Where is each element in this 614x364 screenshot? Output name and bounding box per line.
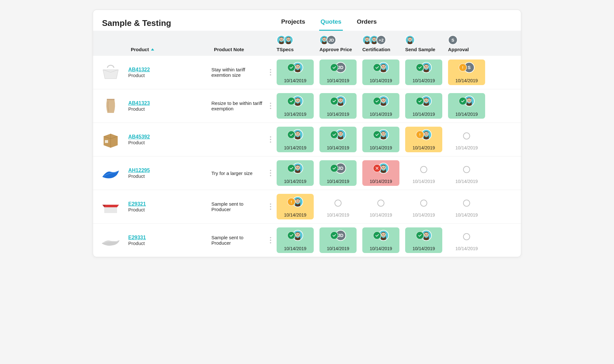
product-cell: AH12295Product (128, 168, 211, 179)
product-sku-link[interactable]: AB41323 (128, 100, 208, 106)
product-sku-link[interactable]: AH12295 (128, 168, 208, 173)
tab-quotes[interactable]: Quotes (319, 16, 342, 31)
status-card[interactable]: 10/14/2019 (405, 59, 442, 85)
status-card-header: JD (330, 163, 346, 174)
status-card[interactable]: 10/14/2019 (319, 93, 357, 119)
status-card[interactable]: 10/14/2019 (362, 227, 399, 253)
status-card[interactable]: 10/14/2019 (448, 227, 485, 253)
col-header-note[interactable]: Product Note (211, 47, 275, 52)
check-icon (330, 97, 338, 105)
status-card-header: JD (330, 62, 346, 73)
row-actions-menu[interactable] (270, 136, 271, 143)
svg-point-41 (298, 100, 299, 100)
tab-orders[interactable]: Orders (356, 16, 378, 31)
col-header-tspecs[interactable]: TSpecs (275, 35, 318, 52)
product-cell: E29331Product (128, 235, 211, 246)
svg-point-44 (339, 100, 340, 100)
status-date: 10/14/2019 (284, 145, 306, 150)
svg-point-3 (282, 39, 282, 40)
svg-point-15 (367, 39, 368, 40)
status-date: 10/14/2019 (455, 112, 478, 117)
product-note: Sample sent to Producer (211, 235, 266, 246)
stage-cell: 10/14/2019 (361, 127, 404, 152)
status-card-header (287, 96, 303, 107)
check-icon (373, 131, 381, 139)
status-card-header (416, 96, 432, 107)
check-icon (287, 164, 295, 172)
avatar-overflow-count: +2 (376, 35, 386, 45)
check-icon (459, 97, 467, 105)
status-card[interactable]: 10/14/2019 (448, 127, 485, 152)
svg-rect-36 (462, 66, 463, 68)
status-card-header (287, 196, 303, 207)
product-thumbnail (93, 62, 128, 83)
page-title: Sample & Testing (102, 18, 171, 28)
status-date: 10/14/2019 (413, 78, 435, 83)
product-sku-link[interactable]: E29321 (128, 201, 208, 207)
product-sku-link[interactable]: AB41322 (128, 67, 208, 73)
stage-cell: 10/14/2019 (275, 127, 318, 152)
product-cell: AB45392Product (128, 134, 211, 145)
product-note: Stay within tariff exemtion size (211, 67, 266, 78)
status-card[interactable]: 10/14/2019 (277, 59, 314, 85)
check-icon (416, 231, 424, 240)
status-card-header: JD (330, 230, 346, 241)
col-header-approve-price[interactable]: JDApprove Price (318, 35, 361, 52)
status-card[interactable]: 10/14/2019 (448, 194, 485, 219)
status-card[interactable]: 10/14/2019 (362, 59, 399, 85)
svg-point-72 (420, 135, 420, 136)
status-date: 10/14/2019 (284, 246, 306, 251)
product-sku-link[interactable]: E29331 (128, 235, 208, 241)
status-card[interactable]: 10/14/2019 (405, 194, 442, 219)
empty-status-icon (377, 200, 384, 207)
status-card-header (416, 129, 432, 140)
status-card[interactable]: 10/14/2019 (448, 93, 485, 119)
status-date: 10/14/2019 (284, 179, 306, 184)
status-card-header (416, 62, 432, 73)
svg-point-40 (296, 100, 297, 100)
status-card[interactable]: 10/14/2019 (405, 160, 442, 186)
row-actions-menu[interactable] (270, 203, 271, 210)
status-card[interactable]: 10/14/2019 (277, 194, 314, 219)
col-header-product[interactable]: Product (128, 47, 211, 52)
status-card[interactable]: 10/14/2019 (277, 160, 314, 186)
row-actions-menu[interactable] (270, 237, 271, 243)
status-card[interactable]: JD10/14/2019 (319, 59, 357, 85)
status-card[interactable]: 10/14/2019 (405, 227, 442, 253)
status-card[interactable]: 10/14/2019 (362, 127, 399, 152)
status-card[interactable]: 10/14/2019 (319, 194, 357, 219)
table-header: Product Product Note TSpecs JDApprove Pr… (93, 31, 521, 55)
product-note: Sample sent to Producer (211, 201, 266, 212)
svg-point-2 (280, 39, 281, 40)
status-card[interactable]: 10/14/2019 (362, 93, 399, 119)
stage-cell: 10/14/2019 (275, 160, 318, 186)
col-header-approval[interactable]: SApproval (447, 35, 490, 52)
product-note: Resize to be within tariff exemption (211, 100, 266, 111)
status-card[interactable]: 10/14/2019 (277, 127, 314, 152)
status-card[interactable]: 10/14/2019 (277, 227, 314, 253)
empty-status-icon (463, 233, 470, 240)
col-header-send-sample[interactable]: Send Sample (404, 35, 447, 52)
status-card[interactable]: 10/14/2019 (362, 160, 399, 186)
col-header-certification[interactable]: +2Certification (361, 35, 404, 52)
status-card[interactable]: S10/14/2019 (448, 59, 485, 85)
status-card[interactable]: 10/14/2019 (362, 194, 399, 219)
status-card[interactable]: JD10/14/2019 (319, 227, 357, 253)
row-actions-menu[interactable] (270, 103, 271, 109)
status-card[interactable]: 10/14/2019 (319, 127, 357, 152)
stage-cell: 10/14/2019 (447, 227, 490, 253)
status-card[interactable]: 10/14/2019 (405, 127, 442, 152)
empty-status-icon (463, 166, 470, 173)
tab-projects[interactable]: Projects (280, 16, 306, 31)
row-actions-menu[interactable] (270, 170, 271, 176)
stage-label: Approve Price (319, 47, 352, 52)
status-card[interactable]: 10/14/2019 (405, 93, 442, 119)
status-card[interactable]: 10/14/2019 (277, 93, 314, 119)
svg-point-57 (470, 100, 470, 100)
status-card[interactable]: JD10/14/2019 (319, 160, 357, 186)
row-actions-menu[interactable] (270, 69, 271, 75)
status-card-header (373, 96, 389, 107)
status-card[interactable]: 10/14/2019 (448, 160, 485, 186)
product-sku-link[interactable]: AB45392 (128, 134, 208, 140)
topbar: Sample & Testing ProjectsQuotesOrders (93, 10, 521, 31)
